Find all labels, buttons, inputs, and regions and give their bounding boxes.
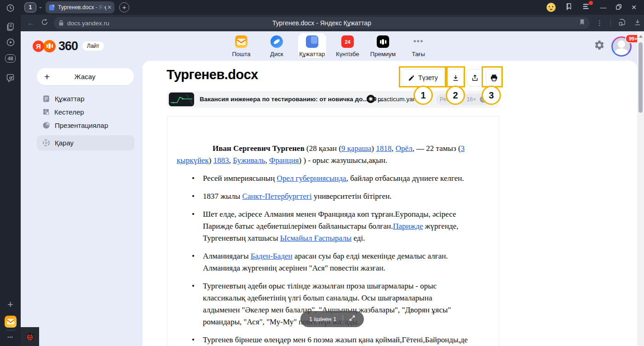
nav-item-more[interactable]: ••• Тағы: [401, 33, 436, 59]
document-link[interactable]: Орёл: [396, 144, 413, 153]
bug-overlay[interactable]: [21, 327, 39, 346]
rail-more-icon[interactable]: •••: [0, 333, 21, 342]
document-link[interactable]: Парижде: [393, 222, 423, 231]
sidebar-item-tables[interactable]: Кестелер: [37, 105, 134, 119]
calendar-icon: 24: [341, 35, 354, 48]
fullscreen-icon[interactable]: [349, 315, 356, 323]
bullet-text: Шет елде, әсіресе Алмания менен Францияд…: [203, 210, 458, 242]
logo-360-text: 360: [58, 39, 78, 53]
annotation-box-1: [399, 66, 446, 87]
bullet-item: •Тургенев бірнеше өлеңдер мен 6 поэма жа…: [177, 334, 470, 346]
nav-item-docs[interactable]: Құжаттар: [294, 33, 330, 59]
document-text: 1837 жылы: [203, 192, 242, 201]
document-text: ) ) - орыс жазушысы,ақын.: [299, 156, 387, 165]
page-indicator-divider: [343, 315, 343, 323]
bookmark-star-icon[interactable]: [579, 19, 585, 27]
360-logo-icon: [43, 40, 56, 52]
yandex-360-logo[interactable]: Я 360 Лайт: [33, 40, 104, 52]
grid-icon: [42, 108, 50, 115]
document-link[interactable]: Санкт-Петербургтегі: [242, 192, 312, 201]
active-tab[interactable]: Тургенев.docx - Яндекс ✕: [46, 1, 115, 13]
document-link[interactable]: 9 қараша: [341, 144, 371, 153]
tab-group-chevron-icon[interactable]: ⌄: [38, 3, 43, 10]
downloads-icon[interactable]: [634, 18, 641, 28]
nav-item-mail[interactable]: Пошта: [224, 33, 259, 59]
documents-icon: [306, 35, 318, 48]
collections-icon[interactable]: [0, 21, 21, 32]
bullet-marker: •: [192, 280, 195, 292]
page-scrollbar[interactable]: [637, 31, 644, 346]
rail-plus-icon[interactable]: +: [0, 299, 21, 310]
bullet-item: •1837 жылы Санкт-Петербургтегі университ…: [177, 190, 470, 202]
badge-48-icon[interactable]: 48: [0, 53, 21, 64]
disk-icon: [270, 35, 283, 48]
nav-item-calendar[interactable]: 24 Күнтізбе: [330, 33, 365, 59]
document-link[interactable]: Ысмайыл Ғаспыралы: [280, 234, 351, 242]
nav-item-premium[interactable]: Премиум: [365, 33, 401, 59]
sidebar-item-browse[interactable]: Қарау: [37, 135, 134, 150]
yandex-360-app: Я 360 Лайт Пошта Диск Құжаттар: [21, 31, 644, 346]
scroll-up-arrow[interactable]: [639, 35, 643, 38]
urlbar-kebab-icon[interactable]: ⋮: [596, 19, 603, 27]
urlbar-divider: [610, 19, 611, 27]
main-content-panel: Тургенев.docx Түзету: [143, 61, 637, 346]
document-text: ,: [265, 156, 269, 165]
reload-icon[interactable]: [41, 18, 48, 28]
url-field[interactable]: docs.yandex.ru Тургенев.docx - Яндекс Құ…: [54, 17, 590, 29]
document-link[interactable]: 1818: [376, 144, 391, 153]
tab-group-button[interactable]: 1: [24, 2, 36, 12]
annotation-label-1: 1: [414, 86, 433, 105]
address-bar: ← docs.yandex.ru Тургенев.docx - Яндекс …: [21, 15, 644, 31]
restore-button[interactable]: [615, 4, 622, 12]
tab-close-icon[interactable]: ✕: [107, 4, 112, 11]
document-title: Тургенев.docx: [167, 67, 258, 82]
document-link[interactable]: Буживаль: [233, 156, 265, 165]
sidebar-item-documents[interactable]: Құжаттар: [37, 92, 134, 105]
annotation-box-3: [482, 66, 503, 87]
play-icon[interactable]: [0, 37, 21, 48]
back-icon[interactable]: ←: [27, 19, 34, 27]
document-link[interactable]: Баден-Баден: [251, 252, 293, 260]
more-icon: •••: [412, 35, 425, 48]
document-link[interactable]: 1883: [213, 156, 229, 165]
ad-title: Вакансия инженера по тестированию: от но…: [200, 96, 383, 103]
annotation-label-2: 2: [446, 86, 465, 105]
create-button[interactable]: + Жасау: [37, 68, 134, 85]
new-tab-button[interactable]: +: [119, 2, 129, 12]
history-icon[interactable]: [0, 2, 21, 13]
notification-dot: [589, 1, 593, 5]
tab-title-fade: [94, 1, 104, 13]
document-link[interactable]: Франция: [269, 156, 299, 165]
document-text: ,: [229, 156, 233, 165]
sidebar-item-presentations[interactable]: Презентациялар: [37, 118, 134, 132]
yandex-mail-app-icon[interactable]: [0, 315, 21, 328]
document-text: (28 қазан (: [305, 144, 341, 153]
share-button[interactable]: [466, 69, 483, 86]
document-text: Тургенев бірнеше өлеңдер мен 6 поэма жаз…: [203, 335, 468, 346]
pie-chart-icon: [42, 121, 50, 129]
page-window-title: Тургенев.docx - Яндекс Құжаттар: [54, 19, 590, 27]
annotation-box-2: [446, 66, 465, 87]
settings-gear-icon[interactable]: [594, 40, 605, 52]
extensions-icon[interactable]: [618, 18, 627, 28]
document-bold-text: Иван Сергеевич Тургенев: [213, 144, 305, 153]
close-window-button[interactable]: ✕: [631, 4, 637, 11]
premium-icon: [377, 35, 389, 48]
bullet-marker: •: [192, 334, 195, 346]
document-icon: [42, 95, 50, 103]
page-indicator[interactable]: 1 ішінен 1: [300, 311, 364, 327]
bullet-marker: •: [192, 208, 195, 220]
document-text: ,: [391, 144, 396, 153]
nav-item-disk[interactable]: Диск: [259, 33, 294, 59]
video-chat-icon[interactable]: [0, 72, 21, 84]
document-text: ): [371, 144, 376, 153]
browser-menu-icon[interactable]: [582, 3, 591, 12]
create-plus-icon: +: [44, 71, 50, 82]
browser-window: 48 + ••• 1 ⌄ Тургенев.docx - Яндекс ✕ +: [0, 0, 644, 346]
bullet-text: Ресей империясының Орел губерниясында, б…: [203, 174, 464, 183]
browser-profile-avatar[interactable]: [546, 3, 556, 12]
bookmarks-icon[interactable]: [565, 2, 573, 12]
minimize-button[interactable]: —: [600, 4, 606, 11]
document-link[interactable]: Орел губерниясында: [277, 174, 346, 183]
scrollbar-thumb[interactable]: [638, 42, 643, 113]
